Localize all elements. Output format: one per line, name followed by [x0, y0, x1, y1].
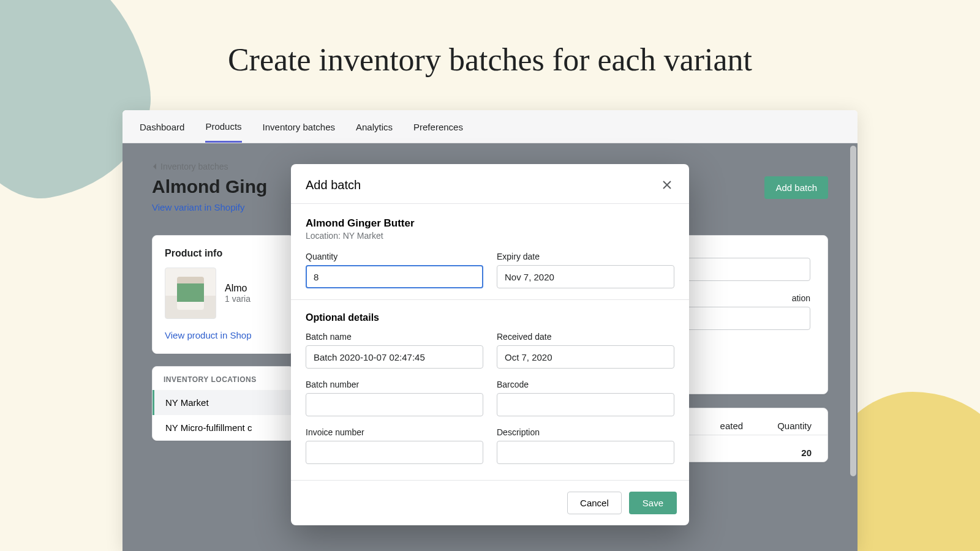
save-button[interactable]: Save: [629, 492, 677, 514]
page-title: Almond Ging: [152, 176, 267, 197]
view-product-link[interactable]: View product in Shop: [165, 330, 251, 340]
batch-number-label: Batch number: [306, 380, 483, 389]
col-quantity: Quantity: [777, 421, 812, 431]
modal-product-name: Almond Ginger Butter: [306, 217, 674, 230]
scrollbar[interactable]: [850, 146, 856, 476]
received-date-label: Received date: [497, 332, 674, 342]
product-info-card: Product info Almo 1 varia View product i…: [152, 235, 294, 354]
product-name: Almo: [225, 283, 251, 294]
expiry-label: Expiry date: [497, 252, 674, 261]
batch-name-label: Batch name: [306, 332, 483, 342]
description-input[interactable]: [497, 441, 674, 464]
top-nav: Dashboard Products Inventory batches Ana…: [123, 110, 858, 143]
tab-analytics[interactable]: Analytics: [356, 111, 393, 141]
invoice-input[interactable]: [306, 441, 483, 464]
product-thumbnail: [165, 268, 216, 319]
batch-number-input[interactable]: [306, 393, 483, 416]
optional-heading: Optional details: [306, 312, 674, 323]
invoice-label: Invoice number: [306, 427, 483, 437]
app-window: Dashboard Products Inventory batches Ana…: [123, 110, 858, 551]
product-variants: 1 varia: [225, 294, 251, 304]
batch-name-input[interactable]: [306, 345, 483, 369]
add-batch-modal: Add batch Almond Ginger Butter Location:…: [291, 164, 689, 525]
expiry-input[interactable]: [497, 265, 674, 288]
hero-title: Create inventory batches for each varian…: [0, 42, 980, 78]
row-qty-value: 20: [801, 448, 812, 458]
modal-location: Location: NY Market: [306, 231, 674, 241]
product-info-heading: Product info: [165, 248, 281, 259]
locations-heading: INVENTORY LOCATIONS: [153, 367, 293, 390]
locations-card: INVENTORY LOCATIONS NY Market NY Micro-f…: [152, 366, 294, 441]
location-item-ny-market[interactable]: NY Market: [153, 390, 293, 415]
chevron-left-icon: [152, 163, 157, 170]
breadcrumb[interactable]: Inventory batches: [152, 162, 228, 171]
received-date-input[interactable]: [497, 345, 674, 369]
cancel-button[interactable]: Cancel: [567, 492, 622, 514]
modal-title: Add batch: [306, 178, 361, 192]
col-created: eated: [720, 421, 744, 431]
quantity-label: Quantity: [306, 252, 483, 261]
close-button[interactable]: [660, 178, 674, 192]
view-variant-link[interactable]: View variant in Shopify: [152, 202, 244, 212]
tab-products[interactable]: Products: [205, 111, 241, 143]
quantity-input[interactable]: [306, 265, 483, 288]
barcode-label: Barcode: [497, 380, 674, 389]
close-icon: [662, 179, 673, 190]
breadcrumb-label: Inventory batches: [160, 162, 228, 171]
tab-dashboard[interactable]: Dashboard: [140, 111, 184, 141]
location-item-micro[interactable]: NY Micro-fulfillment c: [153, 415, 293, 440]
tab-preferences[interactable]: Preferences: [413, 111, 463, 141]
tab-inventory-batches[interactable]: Inventory batches: [263, 111, 335, 141]
barcode-input[interactable]: [497, 393, 674, 416]
description-label: Description: [497, 427, 674, 437]
add-batch-button[interactable]: Add batch: [764, 176, 828, 199]
